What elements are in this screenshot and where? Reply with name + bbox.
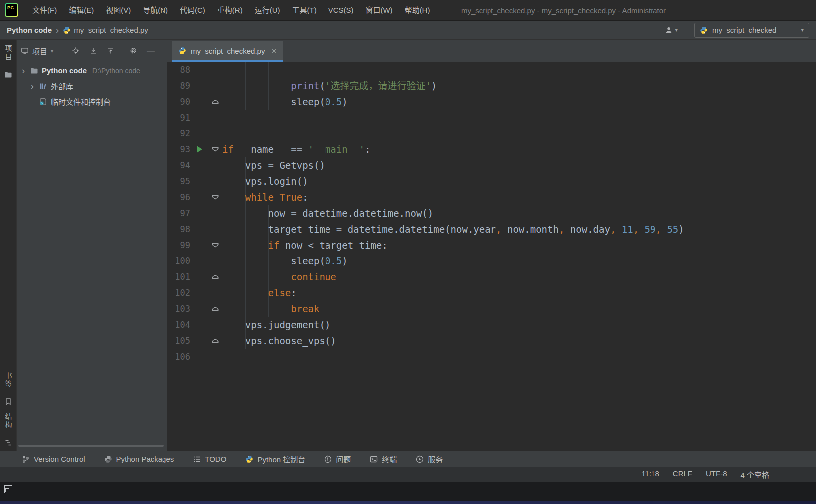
toolwindow-button-label: 终端: [382, 454, 397, 464]
code-line-105[interactable]: 105 vps.choose_vps(): [167, 333, 816, 349]
library-icon: [39, 82, 47, 90]
gutter-fold-column: [208, 269, 222, 285]
toolwindow-button-python-packages[interactable]: Python Packages: [104, 455, 174, 463]
toolwindow-button-label: 问题: [336, 454, 351, 464]
breadcrumb-project[interactable]: Python code: [7, 26, 52, 34]
menu-item[interactable]: 导航(N): [137, 0, 174, 21]
stripe-bottom-group: 书签 结构: [3, 372, 13, 447]
menu-item[interactable]: 代码(C): [174, 0, 211, 21]
fold-marker-icon[interactable]: [212, 307, 219, 311]
fold-marker-icon[interactable]: [212, 275, 219, 279]
status-clock[interactable]: 11:18: [641, 469, 659, 480]
horizontal-scrollbar[interactable]: [18, 445, 164, 447]
menu-item[interactable]: 编辑(E): [63, 0, 100, 21]
code-line-99[interactable]: 99 if now < target_time:: [167, 237, 816, 253]
chevron-collapsed-icon[interactable]: ›: [20, 66, 27, 75]
toolwindow-button-label: Python 控制台: [257, 454, 305, 464]
chevron-down-icon: ▾: [801, 27, 804, 33]
chevron-collapsed-icon[interactable]: ›: [29, 82, 36, 91]
fold-marker-icon[interactable]: [212, 339, 219, 343]
run-config-selector[interactable]: my_script_checked ▾: [694, 23, 809, 38]
code-text: target_time = datetime.datetime(now.year…: [222, 221, 684, 237]
stripe-button-bookmarks[interactable]: 书签: [3, 372, 13, 391]
line-number: 91: [167, 110, 190, 126]
code-line-104[interactable]: 104 vps.judgement(): [167, 317, 816, 333]
code-line-95[interactable]: 95 vps.login(): [167, 173, 816, 189]
code-line-106[interactable]: 106: [167, 349, 816, 365]
code-line-90[interactable]: 90 sleep(0.5): [167, 94, 816, 110]
menu-item[interactable]: VCS(S): [323, 0, 360, 21]
code-text: break: [222, 301, 319, 317]
gutter-fold-column: [208, 141, 222, 157]
menu-item[interactable]: 运行(U): [249, 0, 286, 21]
menu-item[interactable]: 文件(F): [26, 0, 63, 21]
tree-item-project-root[interactable]: ›Python codeD:\Python code: [17, 63, 167, 78]
hide-panel-icon[interactable]: —: [147, 47, 155, 55]
fold-marker-icon[interactable]: [212, 147, 219, 152]
project-tab-label[interactable]: 项目: [32, 46, 47, 56]
fold-marker-icon[interactable]: [212, 100, 219, 104]
folder-icon[interactable]: [4, 71, 12, 79]
code-line-94[interactable]: 94 vps = Getvps(): [167, 157, 816, 173]
stripe-button-project[interactable]: 项目: [3, 45, 13, 64]
fold-marker-icon[interactable]: [212, 243, 219, 248]
user-account-button[interactable]: ▾: [665, 26, 678, 34]
line-number: 89: [167, 78, 190, 94]
structure-icon[interactable]: [4, 439, 12, 447]
gutter-fold-column: [208, 110, 222, 126]
stripe-label-project: 项目: [3, 45, 13, 62]
code-line-103[interactable]: 103 break: [167, 301, 816, 317]
menu-item[interactable]: 工具(T): [286, 0, 322, 21]
code-line-88[interactable]: 88: [167, 62, 816, 78]
status-line-separator[interactable]: CRLF: [673, 469, 692, 480]
editor-tab-label: my_script_checked.py: [191, 47, 265, 55]
code-line-92[interactable]: 92: [167, 126, 816, 141]
chevron-right-icon: ›: [56, 25, 59, 35]
code-line-96[interactable]: 96 while True:: [167, 189, 816, 205]
toolwindow-button-problems[interactable]: 问题: [324, 454, 351, 464]
menu-item[interactable]: 帮助(H): [399, 0, 436, 21]
bookmark-icon[interactable]: [4, 398, 12, 406]
code-line-98[interactable]: 98 target_time = datetime.datetime(now.y…: [167, 221, 816, 237]
code-line-91[interactable]: 91: [167, 110, 816, 126]
run-button-icon[interactable]: [197, 146, 202, 153]
code-line-101[interactable]: 101 continue: [167, 269, 816, 285]
code-line-97[interactable]: 97 now = datetime.datetime.now(): [167, 205, 816, 221]
toolwindow-button-terminal[interactable]: 终端: [370, 454, 397, 464]
editor-tab[interactable]: my_script_checked.py ×: [172, 41, 283, 62]
close-tab-icon[interactable]: ×: [271, 47, 276, 55]
tree-item-external-libraries[interactable]: ›外部库: [17, 78, 167, 94]
taskbar-app-icon[interactable]: [4, 485, 12, 493]
locate-file-icon[interactable]: [72, 47, 80, 55]
toolwindow-button-version-control[interactable]: Version Control: [22, 455, 85, 463]
settings-gear-icon[interactable]: [129, 47, 137, 55]
toolwindow-button-services[interactable]: 服务: [416, 454, 443, 464]
code-line-89[interactable]: 89 print('选择完成，请进行验证'): [167, 78, 816, 94]
chevron-down-icon: ▾: [675, 27, 678, 33]
fold-marker-icon[interactable]: [212, 195, 219, 200]
stripe-button-structure[interactable]: 结构: [3, 413, 13, 432]
toolwindow-button-todo[interactable]: TODO: [193, 455, 226, 463]
menu-item[interactable]: 窗口(W): [359, 0, 398, 21]
code-line-100[interactable]: 100 sleep(0.5): [167, 253, 816, 269]
code-text: sleep(0.5): [222, 94, 348, 110]
status-encoding[interactable]: UTF-8: [706, 469, 727, 480]
gutter-run-column: [190, 317, 208, 333]
expand-all-icon[interactable]: [89, 47, 97, 55]
toolbar-divider: [686, 25, 686, 36]
chevron-down-icon[interactable]: ▾: [51, 48, 53, 54]
code-editor[interactable]: 8889 print('选择完成，请进行验证')90 sleep(0.5)919…: [167, 62, 816, 451]
status-indent[interactable]: 4 个空格: [740, 469, 769, 480]
tree-item-scratches[interactable]: 临时文件和控制台: [17, 94, 167, 109]
menu-item[interactable]: 视图(V): [100, 0, 137, 21]
menu-item[interactable]: 重构(R): [211, 0, 249, 21]
code-line-102[interactable]: 102 else:: [167, 285, 816, 301]
code-line-93[interactable]: 93if __name__ == '__main__':: [167, 141, 816, 157]
toolwindow-button-python-console[interactable]: Python 控制台: [245, 454, 305, 464]
gutter-run-column: [190, 126, 208, 141]
gutter-run-column: [190, 285, 208, 301]
collapse-all-icon[interactable]: [107, 47, 115, 55]
main-area: 项目 书签 结构 项目 ▾ —: [0, 40, 816, 451]
breadcrumb-file[interactable]: my_script_checked.py: [74, 26, 148, 34]
code-text: if __name__ == '__main__':: [222, 141, 370, 157]
